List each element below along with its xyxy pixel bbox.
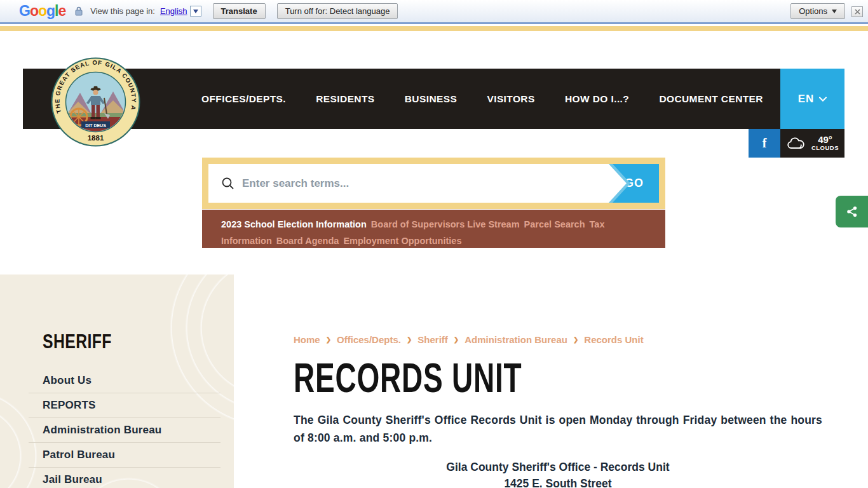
google-logo: Google (19, 3, 65, 20)
nav-residents[interactable]: RESIDENTS (316, 93, 374, 105)
language-selector[interactable]: EN (780, 69, 844, 129)
sidebar-item-jail-bureau[interactable]: Jail Bureau (29, 468, 220, 488)
quick-link-employment[interactable]: Employment Opportunities (343, 236, 461, 246)
language-link[interactable]: English (160, 6, 187, 16)
facebook-icon: f (763, 136, 767, 151)
view-page-label: View this page in: (90, 6, 155, 16)
dropdown-arrow-icon (832, 10, 837, 13)
language-code: EN (798, 93, 815, 105)
seal-motto: DIT DEUS (85, 123, 106, 128)
quick-link-board-agenda[interactable]: Board Agenda (276, 236, 339, 246)
dropdown-arrow-icon (193, 10, 198, 13)
sidebar-item-label: About Us (29, 369, 220, 393)
intro-paragraph: The Gila County Sheriff's Office Records… (294, 412, 822, 447)
sidebar-item-label: Administration Bureau (29, 418, 220, 442)
close-icon (855, 9, 860, 15)
weather-condition: CLOUDS (811, 144, 839, 151)
seal-year: 1881 (88, 134, 104, 142)
breadcrumb-home[interactable]: Home (294, 334, 320, 345)
breadcrumb-separator-icon: ❯ (454, 336, 459, 343)
breadcrumb-separator-icon: ❯ (407, 336, 412, 343)
breadcrumb-offices-depts[interactable]: Offices/Depts. (337, 334, 401, 345)
sidebar: SHERIFF About Us REPORTS Administration … (0, 274, 234, 488)
nav-how-do-i[interactable]: HOW DO I...? (565, 93, 629, 105)
language-dropdown-button[interactable] (190, 6, 201, 17)
share-icon (846, 206, 858, 217)
nav-document-center[interactable]: DOCUMENT CENTER (659, 93, 763, 105)
facebook-button[interactable]: f (749, 129, 780, 158)
breadcrumb: Home ❯ Offices/Depts. ❯ Sheriff ❯ Admini… (294, 334, 644, 345)
quick-links-banner: 2023 School Election Information Board o… (202, 210, 665, 248)
search-bar: GO (202, 158, 665, 209)
search-field (208, 164, 627, 203)
sidebar-item-label: REPORTS (29, 393, 220, 417)
options-button[interactable]: Options (790, 3, 845, 19)
sidebar-item-label: Jail Bureau (29, 468, 220, 488)
sidebar-item-patrol-bureau[interactable]: Patrol Bureau (29, 443, 220, 468)
google-translate-bar: Google View this page in: English Transl… (0, 0, 868, 24)
weather-temperature: 49° (811, 135, 839, 144)
sidebar-item-reports[interactable]: REPORTS (29, 393, 220, 418)
translate-button[interactable]: Translate (213, 3, 266, 19)
address-street: 1425 E. South Street (294, 475, 822, 488)
nav-visitors[interactable]: VISITORS (487, 93, 534, 105)
page-title: RECORDS UNIT (294, 355, 522, 402)
office-address: Gila County Sheriff's Office - Records U… (294, 459, 822, 488)
sidebar-item-administration-bureau[interactable]: Administration Bureau (29, 418, 220, 443)
weather-widget: 49° CLOUDS (780, 129, 844, 158)
share-button[interactable] (836, 196, 868, 227)
quick-link-parcel-search[interactable]: Parcel Search (524, 219, 585, 229)
main-nav: OFFICES/DEPTS. RESIDENTS BUSINESS VISITO… (201, 69, 763, 129)
search-icon (221, 177, 234, 190)
address-name: Gila County Sheriff's Office - Records U… (294, 459, 822, 475)
nav-business[interactable]: BUSINESS (405, 93, 457, 105)
close-translate-bar-button[interactable] (851, 6, 863, 17)
sidebar-menu: About Us REPORTS Administration Bureau P… (29, 369, 220, 488)
quick-link-live-stream[interactable]: Board of Supervisors Live Stream (371, 219, 520, 229)
breadcrumb-administration-bureau[interactable]: Administration Bureau (465, 334, 567, 345)
breadcrumb-separator-icon: ❯ (573, 336, 578, 343)
quick-link-election[interactable]: 2023 School Election Information (221, 219, 367, 229)
page: Google View this page in: English Transl… (0, 0, 868, 488)
cloud-icon (786, 137, 805, 150)
chevron-down-icon (819, 97, 827, 102)
options-label: Options (799, 6, 827, 16)
lock-icon (75, 6, 83, 16)
turn-off-button[interactable]: Turn off for: Detect language (277, 3, 398, 19)
breadcrumb-sheriff[interactable]: Sheriff (417, 334, 448, 345)
gila-county-seal-logo[interactable]: DIT DEUS THE GREAT SEAL OF GILA COUNTY A… (50, 56, 142, 148)
search-input[interactable] (242, 177, 573, 190)
breadcrumb-current-records-unit: Records Unit (584, 334, 643, 345)
breadcrumb-separator-icon: ❯ (326, 336, 331, 343)
sidebar-item-label: Patrol Bureau (29, 443, 220, 467)
sidebar-title: SHERIFF (43, 330, 112, 353)
nav-offices-depts[interactable]: OFFICES/DEPTS. (201, 93, 286, 105)
accent-strip (0, 26, 868, 31)
sidebar-item-about-us[interactable]: About Us (29, 369, 220, 393)
